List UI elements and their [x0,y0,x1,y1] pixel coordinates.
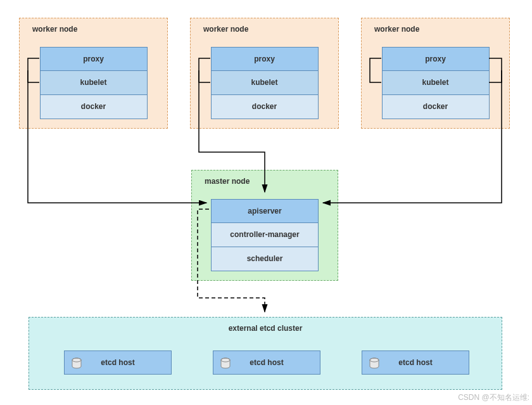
etcd-cluster-title: external etcd cluster [229,324,303,333]
proxy-box: proxy [211,47,319,71]
worker-stack: proxy kubelet docker [40,47,148,119]
docker-box: docker [40,95,148,119]
database-icon [71,356,82,379]
watermark: CSDN @不知名运维: [458,392,529,403]
etcd-host-3: etcd host [362,350,469,375]
worker-stack: proxy kubelet docker [382,47,490,119]
etcd-host-1: etcd host [64,350,172,375]
docker-box: docker [382,95,490,119]
kubelet-box: kubelet [382,71,490,95]
proxy-box: proxy [40,47,148,71]
worker-node-1: worker node proxy kubelet docker [19,18,168,129]
database-icon [369,356,380,379]
etcd-host-label: etcd host [398,358,432,367]
master-node: master node apiserver controller-manager… [191,170,338,281]
controller-box: controller-manager [211,223,319,247]
master-node-title: master node [205,177,250,186]
kubelet-box: kubelet [40,71,148,95]
etcd-cluster: external etcd cluster etcd host etcd hos… [28,317,502,390]
worker-node-2: worker node proxy kubelet docker [190,18,339,129]
worker-node-title: worker node [374,25,419,34]
database-icon [220,356,231,379]
apiserver-box: apiserver [211,199,319,223]
etcd-host-label: etcd host [250,358,283,367]
worker-node-title: worker node [203,25,248,34]
worker-node-3: worker node proxy kubelet docker [361,18,510,129]
kubelet-box: kubelet [211,71,319,95]
docker-box: docker [211,95,319,119]
etcd-host-label: etcd host [101,358,134,367]
master-stack: apiserver controller-manager scheduler [211,199,319,271]
worker-node-title: worker node [32,25,77,34]
worker-stack: proxy kubelet docker [211,47,319,119]
proxy-box: proxy [382,47,490,71]
etcd-host-2: etcd host [213,350,320,375]
scheduler-box: scheduler [211,247,319,271]
